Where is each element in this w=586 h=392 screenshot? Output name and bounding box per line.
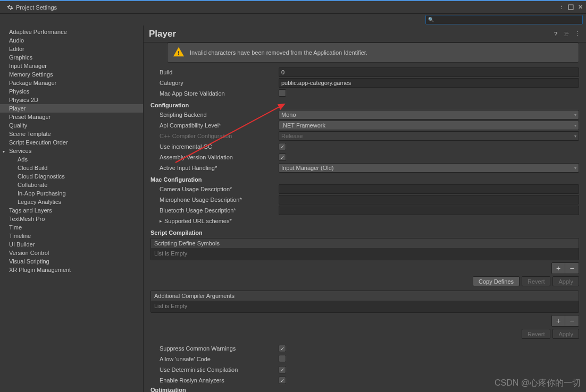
sidebar-item-visual-scripting[interactable]: Visual Scripting — [0, 257, 143, 266]
avv-checkbox[interactable] — [279, 154, 286, 161]
sidebar-item-memory-settings[interactable]: Memory Settings — [0, 70, 143, 79]
main-header: Player ? ⋮ — [144, 25, 586, 42]
backend-dropdown[interactable]: Mono — [279, 110, 579, 120]
revert-args-button: Revert — [522, 329, 550, 339]
config-section: Configuration — [150, 99, 579, 109]
search-icon: 🔍 — [428, 17, 434, 22]
main-panel: Player ? ⋮ Invalid characters have been … — [144, 25, 586, 392]
optim-section: Optimization — [150, 386, 579, 392]
sidebar-item-ui-builder[interactable]: UI Builder — [0, 240, 143, 249]
sds-body: List is Empty — [151, 248, 579, 260]
window-tab[interactable]: Project Settings — [2, 3, 61, 12]
input-label: Active Input Handling* — [150, 165, 279, 171]
menu-icon[interactable]: ⋮ — [557, 4, 565, 11]
sidebar-item-tags-and-layers[interactable]: Tags and Layers — [0, 206, 143, 215]
det-label: Use Deterministic Compilation — [150, 367, 279, 373]
sidebar-item-preset-manager[interactable]: Preset Manager — [0, 113, 143, 121]
bt-label: Bluetooth Usage Description* — [150, 207, 279, 214]
sidebar-item-legacy-analytics[interactable]: Legacy Analytics — [0, 198, 143, 206]
settings-icon[interactable] — [563, 30, 570, 38]
api-dropdown[interactable]: .NET Framework — [279, 121, 579, 130]
sidebar-item-graphics[interactable]: Graphics — [0, 53, 143, 62]
apply-args-button: Apply — [552, 329, 579, 339]
more-icon[interactable]: ⋮ — [573, 30, 581, 38]
category-label: Category — [150, 80, 279, 86]
category-input[interactable] — [279, 78, 579, 88]
unsafe-checkbox[interactable] — [279, 355, 286, 362]
warning-text: Invalid characters have been removed fro… — [190, 49, 367, 56]
sidebar-item-timeline[interactable]: Timeline — [0, 232, 143, 240]
gc-checkbox[interactable] — [279, 143, 286, 150]
det-checkbox[interactable] — [279, 366, 286, 373]
cpp-label: C++ Compiler Configuration — [150, 133, 279, 139]
help-icon[interactable]: ? — [552, 30, 559, 38]
svg-rect-0 — [568, 5, 573, 10]
search-row: 🔍 — [0, 14, 586, 25]
sds-header: Scripting Define Symbols — [151, 238, 579, 248]
titlebar: Project Settings ⋮ ✕ — [0, 1, 586, 14]
sidebar-item-cloud-build[interactable]: Cloud Build — [0, 164, 143, 172]
sidebar-item-package-manager[interactable]: Package Manager — [0, 79, 143, 87]
sidebar-item-collaborate[interactable]: Collaborate — [0, 181, 143, 189]
aca-header: Additional Compiler Arguments — [151, 291, 579, 301]
sidebar-item-services[interactable]: Services — [0, 147, 143, 155]
sidebar-item-physics-2d[interactable]: Physics 2D — [0, 96, 143, 104]
gear-icon — [6, 4, 14, 11]
warning-icon — [173, 46, 185, 59]
search-input[interactable] — [436, 17, 580, 22]
page-title: Player — [149, 29, 176, 39]
sidebar: Adaptive PerformanceAudioEditorGraphicsI… — [0, 25, 144, 392]
add-arg-button[interactable]: + — [552, 316, 565, 326]
compiler-args-box: Additional Compiler Arguments List is Em… — [150, 291, 579, 313]
sidebar-item-in-app-purchasing[interactable]: In-App Purchasing — [0, 189, 143, 198]
sidebar-item-audio[interactable]: Audio — [0, 36, 143, 45]
sidebar-item-editor[interactable]: Editor — [0, 45, 143, 53]
gc-label: Use incremental GC — [150, 143, 279, 150]
remove-define-button[interactable]: − — [565, 263, 579, 274]
copy-defines-button[interactable]: Copy Defines — [473, 276, 520, 286]
sidebar-item-adaptive-performance[interactable]: Adaptive Performance — [0, 28, 143, 36]
close-icon[interactable]: ✕ — [576, 4, 584, 11]
sidebar-item-quality[interactable]: Quality — [0, 121, 143, 130]
search-box[interactable]: 🔍 — [425, 15, 583, 24]
sidebar-item-version-control[interactable]: Version Control — [0, 249, 143, 257]
sidebar-item-time[interactable]: Time — [0, 223, 143, 232]
maximize-icon[interactable] — [567, 4, 574, 11]
mac-store-checkbox[interactable] — [279, 89, 286, 97]
sidebar-item-player[interactable]: Player — [0, 104, 143, 113]
sidebar-item-input-manager[interactable]: Input Manager — [0, 62, 143, 70]
sidebar-item-ads[interactable]: Ads — [0, 155, 143, 164]
mic-input[interactable] — [279, 195, 579, 204]
unsafe-label: Allow 'unsafe' Code — [150, 356, 279, 362]
add-define-button[interactable]: + — [552, 263, 565, 274]
roslyn-label: Enable Roslyn Analyzers — [150, 377, 279, 384]
input-dropdown[interactable]: Input Manager (Old) — [279, 163, 579, 173]
build-input[interactable] — [279, 67, 579, 77]
revert-defines-button: Revert — [522, 276, 550, 286]
cpp-dropdown: Release — [279, 131, 579, 141]
cam-label: Camera Usage Description* — [150, 186, 279, 192]
suppress-checkbox[interactable] — [279, 345, 286, 352]
sidebar-item-cloud-diagnostics[interactable]: Cloud Diagnostics — [0, 172, 143, 181]
warning-box: Invalid characters have been removed fro… — [167, 42, 579, 63]
mac-config-section: Mac Configuration — [150, 173, 579, 184]
content-scroll[interactable]: Invalid characters have been removed fro… — [144, 42, 586, 392]
sidebar-item-xr-plugin-management[interactable]: XR Plugin Management — [0, 266, 143, 274]
sidebar-item-textmesh-pro[interactable]: TextMesh Pro — [0, 215, 143, 223]
sidebar-item-scene-template[interactable]: Scene Template — [0, 130, 143, 138]
aca-body: List is Empty — [151, 301, 579, 312]
remove-arg-button[interactable]: − — [565, 316, 579, 326]
backend-label: Scripting Backend — [150, 112, 279, 118]
bt-input[interactable] — [279, 206, 579, 215]
sidebar-item-physics[interactable]: Physics — [0, 87, 143, 96]
url-schemes-foldout[interactable]: Supported URL schemes* — [150, 216, 579, 226]
define-symbols-box: Scripting Define Symbols List is Empty — [150, 238, 579, 260]
build-label: Build — [150, 69, 279, 75]
mic-label: Microphone Usage Description* — [150, 197, 279, 203]
suppress-label: Suppress Common Warnings — [150, 345, 279, 352]
cam-input[interactable] — [279, 184, 579, 194]
sidebar-item-script-execution-order[interactable]: Script Execution Order — [0, 138, 143, 147]
roslyn-checkbox[interactable] — [279, 377, 286, 384]
avv-label: Assembly Version Validation — [150, 154, 279, 160]
api-label: Api Compatibility Level* — [150, 122, 279, 129]
